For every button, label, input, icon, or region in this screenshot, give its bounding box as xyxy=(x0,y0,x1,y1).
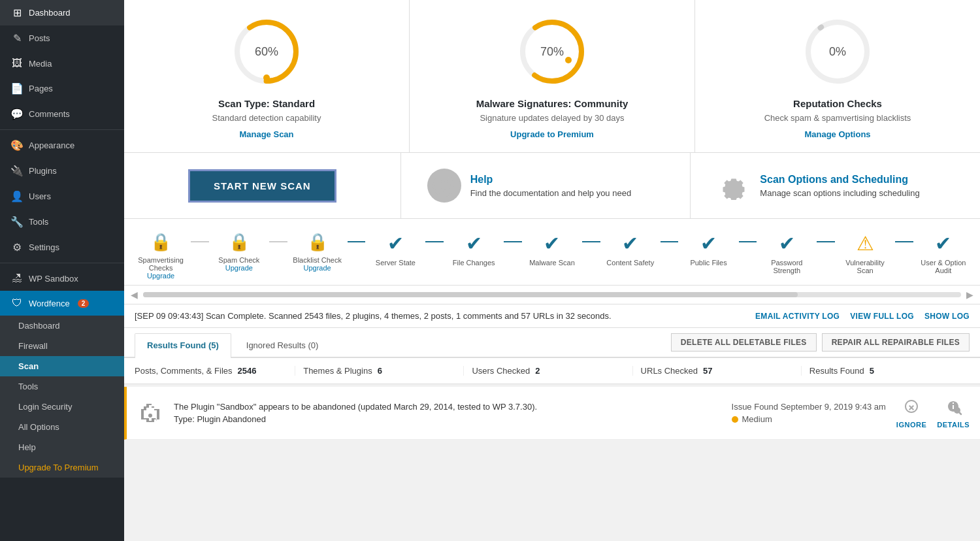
wf-tools-label: Tools xyxy=(18,382,38,391)
check-icon-file-changes: ✔ xyxy=(466,232,482,255)
tabs-row: Results Found (5) Ignored Results (0) DE… xyxy=(124,328,980,358)
details-icon xyxy=(944,397,962,419)
status-spam-check: 🔒 Spam Check Upgrade xyxy=(209,232,269,272)
sidebar-sub-wf-login[interactable]: Login Security xyxy=(0,397,124,417)
help-desc: Find the documentation and help you need xyxy=(470,188,631,198)
card-link-reputation[interactable]: Manage Options xyxy=(804,129,870,139)
sidebar-item-wp-sandbox[interactable]: 🏖 WP Sandbox xyxy=(0,266,124,291)
sidebar-item-appearance[interactable]: 🎨 Appearance xyxy=(0,133,124,158)
sidebar-item-dashboard[interactable]: ⊞ Dashboard xyxy=(0,0,124,25)
delete-all-button[interactable]: DELETE ALL DELETABLE FILES xyxy=(671,333,817,352)
connector-8 xyxy=(739,241,757,242)
email-log-button[interactable]: EMAIL ACTIVITY LOG xyxy=(755,312,840,321)
sidebar-sub-wf-help[interactable]: Help xyxy=(0,437,124,457)
svg-point-14 xyxy=(148,414,152,418)
stat-label-themes: Themes & Plugins xyxy=(303,366,372,376)
scroll-thumb xyxy=(143,292,798,297)
sidebar-sub-wf-options[interactable]: All Options xyxy=(0,417,124,437)
sidebar-label-appearance: Appearance xyxy=(29,140,74,150)
sidebar-divider-2 xyxy=(0,263,124,263)
status-sublabel-blacklist[interactable]: Upgrade xyxy=(304,264,331,272)
status-user-option-audit: ✔ User & Option Audit xyxy=(913,232,973,274)
sidebar-item-comments[interactable]: 💬 Comments xyxy=(0,101,124,127)
scroll-left-arrow[interactable]: ◀ xyxy=(131,289,138,300)
posts-icon: ✎ xyxy=(10,32,24,44)
sidebar-label-media: Media xyxy=(29,59,52,69)
card-link-scan-type[interactable]: Manage Scan xyxy=(239,129,293,139)
sidebar-sub-wf-tools[interactable]: Tools xyxy=(0,376,124,397)
sidebar-label-plugins: Plugins xyxy=(29,166,57,176)
result-row-0: The Plugin "Sandbox" appears to be aband… xyxy=(124,387,980,440)
scroll-right-arrow[interactable]: ▶ xyxy=(966,289,973,300)
status-label-spam: Spam Check xyxy=(218,256,259,264)
scheduling-text: Scan Options and Scheduling Manage scan … xyxy=(760,174,919,198)
result-actions-0: IGNORE DETAILS xyxy=(896,397,970,429)
status-blacklist: 🔒 Blacklist Check Upgrade xyxy=(287,232,348,272)
status-sublabel-spam[interactable]: Upgrade xyxy=(225,264,253,272)
sidebar-item-media[interactable]: 🖼 Media xyxy=(0,51,124,76)
scheduling-title: Scan Options and Scheduling xyxy=(760,174,919,186)
status-label-public-files: Public Files xyxy=(690,259,727,267)
sidebar-item-tools[interactable]: 🔧 Tools xyxy=(0,209,124,235)
svg-point-5 xyxy=(565,57,572,63)
repair-all-button[interactable]: REPAIR ALL REPAIRABLE FILES xyxy=(822,333,970,352)
sidebar-item-settings[interactable]: ⚙ Settings xyxy=(0,235,124,260)
tab-ignored-results[interactable]: Ignored Results (0) xyxy=(234,333,331,357)
card-title-reputation: Reputation Checks xyxy=(793,98,882,109)
lock-icon-spamvertising: 🔒 xyxy=(150,232,171,252)
sidebar-label-users: Users xyxy=(29,191,51,201)
sidebar-sub-wf-scan[interactable]: Scan xyxy=(0,356,124,376)
card-link-malware[interactable]: Upgrade to Premium xyxy=(510,129,594,139)
ignore-label: IGNORE xyxy=(896,421,926,429)
sidebar-sub-wf-upgrade[interactable]: Upgrade To Premium xyxy=(0,457,124,478)
svg-line-13 xyxy=(448,189,451,193)
status-label-malware-scan: Malware Scan xyxy=(529,259,575,267)
tab-results-found[interactable]: Results Found (5) xyxy=(135,333,231,358)
connector-6 xyxy=(582,241,600,242)
tools-icon: 🔧 xyxy=(10,216,24,228)
sidebar-item-wordfence[interactable]: 🛡 Wordfence 2 xyxy=(0,291,124,316)
status-sublabel-spamvertising[interactable]: Upgrade xyxy=(147,272,174,280)
stat-label-posts: Posts, Comments, & Files xyxy=(135,366,233,376)
tabs-right: DELETE ALL DELETABLE FILES REPAIR ALL RE… xyxy=(661,328,980,357)
details-button[interactable]: DETAILS xyxy=(937,397,970,429)
show-log-button[interactable]: SHOW LOG xyxy=(924,312,970,321)
donut-text-malware: 70% xyxy=(540,45,564,59)
stat-results-found: Results Found 5 xyxy=(802,366,970,376)
sidebar: ⊞ Dashboard ✎ Posts 🖼 Media 📄 Pages 💬 Co… xyxy=(0,0,124,541)
donut-malware: 70% xyxy=(516,16,588,88)
sidebar-sub-wf-firewall[interactable]: Firewall xyxy=(0,336,124,356)
status-items: 🔒 Spamvertising Checks Upgrade 🔒 Spam Ch… xyxy=(131,232,973,280)
action-row: START NEW SCAN Help Find the documentati… xyxy=(124,153,980,219)
lock-icon-spam: 🔒 xyxy=(229,232,250,252)
sidebar-item-users[interactable]: 👤 Users xyxy=(0,184,124,209)
wf-firewall-label: Firewall xyxy=(18,341,48,351)
wordfence-submenu: Dashboard Firewall Scan Tools Login Secu… xyxy=(0,316,124,478)
stat-value-results: 5 xyxy=(870,366,874,376)
sidebar-item-pages[interactable]: 📄 Pages xyxy=(0,76,124,101)
wf-options-label: All Options xyxy=(18,422,59,432)
sidebar-sub-wf-dashboard[interactable]: Dashboard xyxy=(0,316,124,336)
scroll-track xyxy=(143,292,961,297)
lock-icon-blacklist: 🔒 xyxy=(307,232,328,252)
result-content-0: The Plugin "Sandbox" appears to be aband… xyxy=(174,401,721,426)
dashboard-icon: ⊞ xyxy=(10,7,24,19)
wp-sandbox-icon: 🏖 xyxy=(10,272,24,284)
check-icon-public-files: ✔ xyxy=(700,232,717,255)
donut-scan-type: 60% xyxy=(231,16,302,88)
svg-line-16 xyxy=(959,412,961,414)
wf-help-label: Help xyxy=(18,442,36,452)
log-actions: EMAIL ACTIVITY LOG VIEW FULL LOG SHOW LO… xyxy=(755,312,970,321)
connector-10 xyxy=(895,241,913,242)
stat-value-posts: 2546 xyxy=(238,366,257,376)
ignore-button[interactable]: IGNORE xyxy=(896,397,926,429)
status-label-blacklist: Blacklist Check xyxy=(293,256,342,264)
sidebar-item-plugins[interactable]: 🔌 Plugins xyxy=(0,158,124,184)
view-full-log-button[interactable]: VIEW FULL LOG xyxy=(850,312,914,321)
sidebar-item-posts[interactable]: ✎ Posts xyxy=(0,25,124,51)
pages-icon: 📄 xyxy=(10,82,24,95)
start-scan-button[interactable]: START NEW SCAN xyxy=(188,169,336,203)
status-label-password-strength: Password Strength xyxy=(760,259,813,274)
connector-7 xyxy=(661,241,679,242)
card-malware-signatures: 70% Malware Signatures: Community Signat… xyxy=(410,0,695,152)
